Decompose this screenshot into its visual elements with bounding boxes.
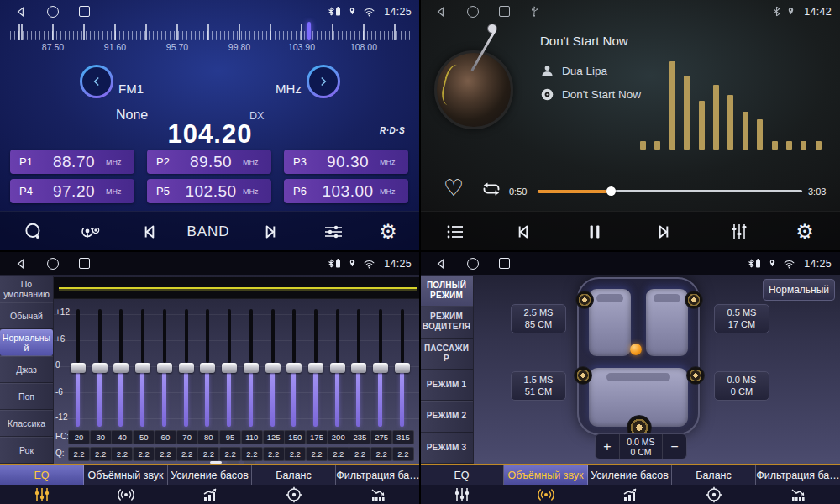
tune-down-button[interactable]	[80, 65, 113, 98]
recents-icon[interactable]	[499, 6, 510, 17]
album-art[interactable]	[434, 50, 513, 129]
eq-preset-default[interactable]: По умолчанию	[0, 276, 53, 302]
eq-band-slider[interactable]	[154, 307, 176, 428]
fc-value[interactable]: 275	[370, 430, 392, 444]
eq-band-slider[interactable]	[89, 307, 111, 428]
slider-knob[interactable]	[351, 363, 366, 373]
slider-knob[interactable]	[179, 363, 194, 373]
slider-knob[interactable]	[157, 363, 172, 373]
eq-band-slider[interactable]	[197, 307, 218, 428]
q-value[interactable]: 2.2	[219, 447, 241, 461]
eq-band-slider[interactable]	[391, 307, 413, 428]
fc-value[interactable]: 50	[133, 430, 155, 444]
slider-knob[interactable]	[113, 363, 129, 373]
tab-balance[interactable]: Баланс	[252, 465, 336, 504]
eq-band-slider[interactable]	[240, 307, 262, 428]
q-value[interactable]: 2.2	[392, 447, 414, 461]
slider-knob[interactable]	[265, 363, 281, 373]
progress-knob[interactable]	[606, 186, 616, 196]
fc-value[interactable]: 95	[219, 430, 241, 444]
back-icon[interactable]	[435, 6, 447, 18]
eq-preset-custom[interactable]: Обычай	[0, 302, 53, 329]
eq-preset-normal[interactable]: Нормальный	[0, 329, 53, 356]
delay-increase-button[interactable]: +	[596, 434, 619, 459]
slider-knob[interactable]	[286, 363, 302, 373]
q-value[interactable]: 2.2	[111, 447, 133, 461]
tab-eq[interactable]: EQ	[420, 465, 504, 504]
listening-position-marker[interactable]	[630, 344, 642, 355]
rear-right-delay-button[interactable]: 0.0 MS 0 CM	[714, 371, 769, 401]
tuning-dial[interactable]: 87.50 91.60 95.70 99.80 103.90 108.00	[0, 24, 420, 54]
equalizer-settings-icon[interactable]	[323, 221, 344, 243]
q-value[interactable]: 2.2	[349, 447, 370, 461]
tab-filtering[interactable]: Фильтрация ба…	[756, 465, 840, 504]
q-value[interactable]: 2.2	[133, 447, 155, 461]
slider-knob[interactable]	[308, 363, 323, 373]
tab-surround[interactable]: Объёмный звук	[504, 465, 588, 504]
eq-band-slider[interactable]	[176, 307, 197, 428]
tune-up-button[interactable]	[307, 65, 340, 98]
front-right-delay-button[interactable]: 0.5 MS 17 CM	[714, 304, 769, 333]
q-value[interactable]: 2.2	[155, 447, 176, 461]
eq-band-slider[interactable]	[218, 307, 240, 428]
preset-button-2[interactable]: P289.50MHz	[147, 150, 271, 174]
q-value[interactable]: 2.2	[370, 447, 392, 461]
recents-icon[interactable]	[79, 258, 90, 269]
next-icon[interactable]	[260, 221, 281, 243]
tab-filtering[interactable]: Фильтрация ба…	[336, 465, 420, 504]
mixer-icon[interactable]	[728, 221, 750, 243]
q-value[interactable]: 2.2	[306, 447, 328, 461]
back-icon[interactable]	[15, 6, 27, 18]
slider-knob[interactable]	[330, 363, 345, 373]
repeat-icon[interactable]	[480, 179, 502, 199]
eq-band-slider[interactable]	[327, 307, 349, 428]
eq-preset-jazz[interactable]: Джаз	[0, 356, 53, 383]
mode-1[interactable]: РЕЖИМ 1	[420, 370, 473, 401]
q-value[interactable]: 2.2	[197, 447, 219, 461]
mode-2[interactable]: РЕЖИМ 2	[420, 401, 473, 432]
home-icon[interactable]	[47, 258, 59, 270]
previous-track-icon[interactable]	[512, 221, 534, 243]
fc-value[interactable]: 315	[392, 430, 414, 444]
band-button[interactable]: BAND	[186, 223, 229, 240]
slider-knob[interactable]	[92, 363, 108, 373]
broadcast-seek-icon[interactable]	[79, 221, 102, 243]
fc-value[interactable]: 150	[284, 430, 306, 444]
rear-right-speaker-icon[interactable]	[686, 366, 705, 385]
mode-driver[interactable]: РЕЖИМ ВОДИТЕЛЯ	[420, 307, 473, 338]
preset-button-3[interactable]: P390.30MHz	[284, 150, 408, 174]
eq-band-slider[interactable]	[67, 307, 89, 428]
recents-icon[interactable]	[499, 258, 510, 269]
mode-full[interactable]: ПОЛНЫЙ РЕЖИМ	[420, 276, 473, 307]
q-value[interactable]: 2.2	[241, 447, 263, 461]
tab-surround[interactable]: Объёмный звук	[84, 465, 168, 504]
eq-preset-classic[interactable]: Классика	[0, 410, 53, 437]
home-icon[interactable]	[47, 6, 59, 18]
mode-3[interactable]: РЕЖИМ 3	[420, 433, 473, 464]
fc-value[interactable]: 110	[241, 430, 263, 444]
eq-band-slider[interactable]	[132, 307, 154, 428]
rear-left-speaker-icon[interactable]	[574, 366, 592, 385]
eq-preset-pop[interactable]: Поп	[0, 383, 53, 410]
mode-passenger[interactable]: ПАССАЖИР	[420, 339, 473, 370]
rear-left-delay-button[interactable]: 1.5 MS 51 CM	[511, 371, 566, 401]
fc-value[interactable]: 80	[197, 430, 219, 444]
eq-band-slider[interactable]	[305, 307, 327, 428]
q-value[interactable]: 2.2	[284, 447, 306, 461]
front-left-delay-button[interactable]: 2.5 MS 85 CM	[511, 304, 566, 333]
q-value[interactable]: 2.2	[68, 447, 90, 461]
settings-icon[interactable]: ⚙	[379, 222, 397, 242]
fc-value[interactable]: 125	[263, 430, 285, 444]
pause-icon[interactable]	[584, 221, 606, 243]
preset-button-4[interactable]: P497.20MHz	[10, 179, 134, 203]
eq-preset-rock[interactable]: Рок	[0, 437, 53, 464]
tab-eq[interactable]: EQ	[0, 465, 84, 504]
fc-value[interactable]: 70	[176, 430, 198, 444]
settings-icon[interactable]: ⚙	[795, 222, 814, 242]
eq-band-slider[interactable]	[348, 307, 370, 428]
fc-value[interactable]: 30	[90, 430, 112, 444]
slider-knob[interactable]	[135, 363, 150, 373]
front-right-speaker-icon[interactable]	[685, 291, 703, 309]
preset-button-1[interactable]: P188.70MHz	[10, 150, 134, 174]
recents-icon[interactable]	[79, 6, 90, 17]
